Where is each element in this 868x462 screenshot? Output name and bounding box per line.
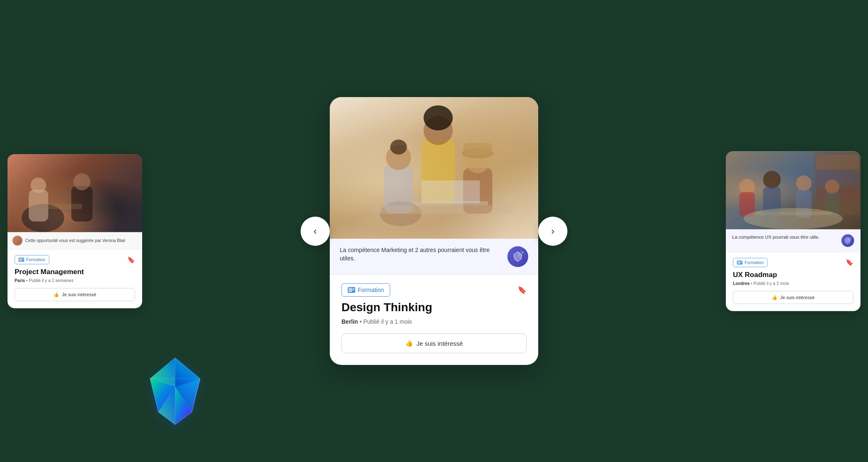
svg-point-4	[73, 173, 90, 190]
ai-suggestion-right: La compétence UX pourrait vous être util…	[726, 229, 860, 252]
card-center-city: Berlin	[341, 318, 358, 325]
card-center-image	[330, 97, 538, 239]
card-right-image	[726, 151, 860, 229]
card-left-meta: Paris • Publié il y a 2 semaines	[15, 278, 135, 283]
card-left-published: Publié il y a 2 semaines	[29, 278, 73, 283]
formation-badge-right: Formation	[733, 258, 768, 267]
ai-suggestion-text-center: La compétence Marketing et 2 autres pour…	[340, 246, 502, 262]
svg-rect-7	[19, 258, 22, 261]
suggestion-text: Cette opportunité vous est suggérée par …	[25, 238, 125, 243]
card-center-body: Formation 🔖 Design Thinking Berlin • Pub…	[330, 275, 538, 365]
badge-row-right: Formation 🔖	[733, 258, 853, 267]
suggestion-banner: Cette opportunité vous est suggérée par …	[8, 232, 142, 250]
svg-point-71	[850, 237, 851, 238]
svg-point-56	[763, 171, 781, 189]
svg-point-54	[739, 179, 755, 194]
card-right-meta: Londres • Publié il y a 2 mois	[733, 281, 853, 286]
formation-badge-left: Formation	[15, 255, 49, 264]
card-center-title: Design Thinking	[341, 301, 527, 314]
svg-point-58	[796, 175, 811, 191]
interest-button-label-center: Je suis intéressé	[416, 340, 463, 347]
card-right-published: Publié il y a 2 mois	[753, 281, 789, 286]
svg-point-44	[522, 252, 524, 253]
thumbs-up-icon-center: 👍	[405, 340, 413, 347]
svg-point-29	[424, 105, 453, 130]
thumbs-up-icon-left: 👍	[53, 292, 59, 297]
svg-rect-63	[754, 211, 832, 215]
thumbs-up-icon-right: 👍	[772, 295, 778, 300]
card-left-title: Project Management	[15, 267, 135, 276]
card-center-published: Publié il y a 1 mois	[363, 318, 412, 325]
svg-rect-35	[421, 180, 480, 203]
avatar	[13, 235, 23, 245]
interest-button-label-left: Je suis intéressé	[62, 292, 96, 297]
formation-icon-center	[348, 287, 355, 293]
next-icon: ›	[551, 225, 554, 237]
bookmark-icon-left[interactable]: 🔖	[127, 256, 135, 264]
svg-rect-51	[816, 155, 859, 169]
badge-row-center: Formation 🔖	[341, 283, 527, 297]
card-center-meta: Berlin • Publié il y a 1 mois	[341, 318, 527, 325]
badge-row-left: Formation 🔖	[15, 255, 135, 264]
svg-rect-33	[463, 143, 492, 155]
svg-point-45	[521, 251, 522, 252]
prev-button[interactable]: ‹	[301, 217, 330, 246]
card-right-title: UX Roadmap	[733, 270, 853, 279]
prev-icon: ‹	[314, 225, 317, 237]
formation-icon-left	[18, 257, 24, 262]
card-left: Cette opportunité vous est suggérée par …	[8, 154, 142, 308]
svg-point-26	[390, 140, 407, 155]
interest-button-right[interactable]: 👍 Je suis intéressé	[733, 291, 853, 304]
svg-point-72	[850, 237, 850, 237]
svg-rect-74	[738, 261, 740, 264]
next-button[interactable]: ›	[538, 217, 567, 246]
card-right: La compétence UX pourrait vous être util…	[726, 151, 860, 311]
bookmark-icon-center[interactable]: 🔖	[517, 285, 527, 295]
svg-rect-5	[40, 204, 82, 209]
svg-rect-3	[71, 186, 93, 221]
svg-point-2	[30, 177, 46, 193]
formation-icon-right	[737, 260, 743, 265]
interest-button-label-right: Je suis intéressé	[780, 295, 815, 300]
svg-rect-47	[349, 288, 352, 292]
formation-badge-label-left: Formation	[26, 257, 45, 262]
interest-button-left[interactable]: 👍 Je suis intéressé	[15, 288, 135, 301]
card-left-body: Formation 🔖 Project Management Paris • P…	[8, 249, 142, 308]
card-left-city: Paris	[15, 278, 25, 283]
card-right-city: Londres	[733, 281, 750, 286]
ai-icon-right	[841, 234, 854, 247]
ai-suggestion-text-right: La compétence UX pourrait vous être util…	[732, 234, 819, 240]
ai-suggestion-center: La compétence Marketing et 2 autres pour…	[330, 239, 538, 275]
crystal-decoration	[142, 354, 208, 429]
bookmark-icon-right[interactable]: 🔖	[845, 258, 853, 266]
svg-rect-36	[371, 205, 513, 214]
card-center: La compétence Marketing et 2 autres pour…	[330, 97, 538, 365]
interest-button-center[interactable]: 👍 Je suis intéressé	[341, 333, 527, 353]
ai-icon-center	[507, 246, 528, 267]
card-left-image	[8, 154, 142, 232]
formation-badge-label-right: Formation	[745, 260, 764, 265]
formation-badge-center: Formation	[341, 283, 390, 297]
formation-badge-label-center: Formation	[358, 287, 384, 293]
card-right-body: Formation 🔖 UX Roadmap Londres • Publié …	[726, 252, 860, 311]
